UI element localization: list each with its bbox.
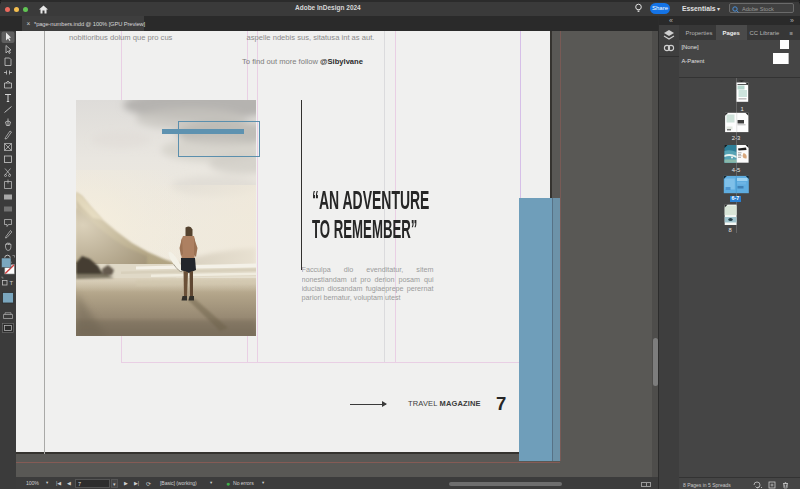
svg-text:T: T <box>10 280 14 286</box>
